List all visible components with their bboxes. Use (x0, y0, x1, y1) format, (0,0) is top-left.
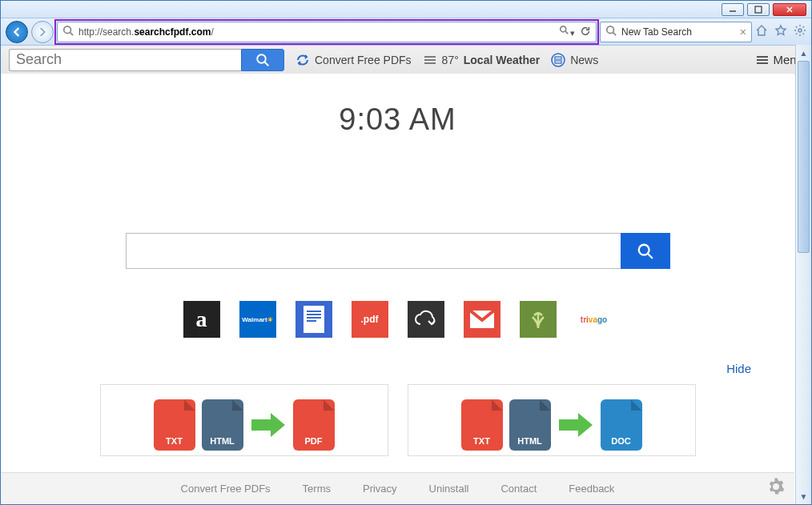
txt-file-icon: TXT (154, 399, 195, 451)
arrow-right-icon (557, 410, 594, 440)
home-icon[interactable] (755, 24, 768, 39)
hamburger-icon (757, 56, 768, 64)
close-button[interactable] (773, 3, 806, 16)
footer-link[interactable]: Contact (500, 483, 537, 495)
txt-file-icon: TXT (461, 399, 503, 451)
quick-links: a Walmart✳ .pdf trivago (1, 301, 794, 338)
svg-line-5 (70, 32, 74, 35)
main-search (126, 233, 670, 269)
svg-rect-26 (307, 320, 316, 322)
vertical-scrollbar[interactable]: ▲ ▼ (795, 45, 811, 504)
html-file-icon: HTML (509, 399, 551, 451)
window-titlebar (1, 1, 811, 18)
address-bar[interactable]: http://search.searchcfpdf.com/ ▾ (57, 22, 597, 42)
tab-close-icon[interactable]: × (740, 26, 746, 38)
news-icon (551, 53, 565, 67)
toolbar-search-input[interactable] (9, 49, 241, 71)
scroll-down-icon[interactable]: ▼ (796, 488, 811, 504)
svg-rect-25 (307, 317, 321, 319)
news-link[interactable]: News (551, 53, 598, 67)
clock-display: 9:03 AM (1, 74, 794, 137)
tile-pdf[interactable]: .pdf (352, 301, 388, 338)
svg-point-6 (561, 26, 566, 32)
tile-trivago[interactable]: trivago (576, 301, 613, 338)
nav-forward-button[interactable] (31, 21, 54, 43)
svg-point-10 (798, 29, 802, 32)
pdf-file-icon: PDF (293, 399, 335, 451)
footer-link[interactable]: Privacy (363, 483, 397, 495)
tile-gmail[interactable] (464, 301, 500, 338)
convert-pdfs-label: Convert Free PDFs (315, 54, 412, 66)
footer-link[interactable]: Terms (303, 483, 331, 495)
footer-gear-icon[interactable] (767, 478, 785, 500)
chrome-icons (755, 24, 806, 39)
tile-ancestry[interactable] (520, 301, 557, 338)
doc-file-icon: DOC (601, 399, 642, 451)
favorites-icon[interactable] (774, 24, 787, 39)
browser-tab[interactable]: New Tab Search × (600, 22, 752, 42)
svg-line-12 (264, 62, 268, 66)
tab-title: New Tab Search (621, 26, 735, 38)
page-footer: Convert Free PDFs Terms Privacy Uninstal… (1, 472, 794, 504)
tile-docs[interactable] (295, 301, 332, 338)
main-search-button[interactable] (621, 233, 670, 269)
ad-doc-convert[interactable]: TXT HTML DOC (408, 384, 696, 456)
ad-pdf-convert[interactable]: TXT HTML PDF (100, 384, 388, 456)
footer-link[interactable]: Uninstall (429, 483, 469, 495)
svg-line-9 (613, 33, 617, 36)
scroll-up-icon[interactable]: ▲ (796, 45, 811, 61)
toolbar-search-button[interactable] (241, 49, 284, 71)
weather-temp: 87° (442, 54, 459, 66)
main-search-input[interactable] (126, 233, 621, 269)
footer-link[interactable]: Convert Free PDFs (181, 483, 271, 495)
page-toolbar: Convert Free PDFs 87° Local Weather News… (1, 46, 811, 74)
minimize-button[interactable] (722, 3, 744, 16)
toolbar-search (9, 49, 284, 71)
refresh-icon[interactable] (580, 26, 591, 38)
address-controls: ▾ (559, 25, 591, 38)
svg-rect-17 (555, 57, 561, 63)
html-file-icon: HTML (202, 399, 243, 451)
scroll-thumb[interactable] (798, 61, 810, 253)
svg-point-16 (552, 54, 565, 66)
page-content: 9:03 AM a Walmart✳ .pdf trivago Hide TXT… (1, 74, 794, 504)
search-dropdown-icon[interactable]: ▾ (559, 25, 575, 38)
tab-icon (605, 25, 617, 38)
news-label: News (570, 54, 598, 66)
tile-cloud[interactable] (408, 301, 444, 338)
arrow-right-icon (250, 410, 287, 440)
svg-rect-1 (755, 6, 762, 13)
svg-line-7 (565, 31, 569, 34)
convert-icon (295, 53, 310, 67)
ads-row: TXT HTML PDF TXT HTML DOC (1, 384, 794, 456)
weather-link[interactable]: 87° Local Weather (423, 53, 541, 67)
settings-icon[interactable] (794, 24, 806, 39)
hide-link[interactable]: Hide (726, 362, 751, 375)
svg-point-8 (607, 26, 614, 34)
address-url: http://search.searchcfpdf.com/ (78, 26, 554, 38)
browser-chrome: http://search.searchcfpdf.com/ ▾ New Tab… (1, 18, 811, 46)
nav-back-button[interactable] (6, 21, 28, 43)
convert-pdfs-link[interactable]: Convert Free PDFs (295, 53, 412, 67)
svg-rect-23 (307, 311, 321, 312)
svg-line-21 (647, 253, 652, 258)
weather-label: Local Weather (464, 54, 540, 66)
maximize-button[interactable] (747, 3, 770, 16)
svg-point-4 (64, 26, 71, 33)
svg-rect-24 (307, 314, 321, 315)
footer-link[interactable]: Feedback (569, 483, 614, 495)
search-icon (62, 25, 74, 39)
tile-amazon[interactable]: a (183, 301, 220, 338)
fog-icon (423, 53, 437, 67)
tile-walmart[interactable]: Walmart✳ (239, 301, 276, 338)
svg-rect-22 (303, 306, 324, 333)
